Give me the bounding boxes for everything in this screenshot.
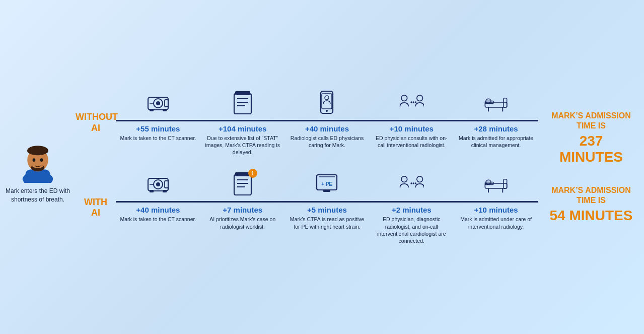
step-time: +104 minutes bbox=[204, 124, 280, 133]
two-rows: WITHOUTAI bbox=[76, 90, 538, 244]
consult-icon-1 bbox=[396, 90, 426, 117]
step-time: +7 minutes bbox=[204, 206, 280, 214]
step-desc: ED physician consults with on-call inter… bbox=[374, 135, 450, 149]
svg-rect-20 bbox=[235, 91, 250, 95]
step-2-1: +40 minutes Mark is taken to the CT scan… bbox=[120, 206, 196, 244]
without-ai-row: WITHOUTAI bbox=[76, 90, 538, 156]
avatar-label: Mark enters the ED with shortness of bre… bbox=[5, 187, 70, 204]
step-desc: Mark is admitted under care of intervent… bbox=[458, 216, 534, 230]
without-ai-admission-label: MARK’S ADMISSION TIME IS bbox=[546, 111, 636, 131]
svg-point-6 bbox=[33, 159, 36, 162]
step-desc: ED physician, diagnostic radiologist, an… bbox=[374, 216, 450, 244]
without-ai-timeline: +55 minutes Mark is taken to the CT scan… bbox=[116, 90, 538, 156]
svg-point-29 bbox=[417, 95, 423, 101]
step-1-3: +40 minutes Radiologist calls ED physici… bbox=[289, 124, 365, 156]
step-2-5: +10 minutes Mark is admitted under care … bbox=[458, 206, 534, 244]
with-ai-admission-time: 54 MINUTES bbox=[546, 208, 636, 224]
with-ai-timeline: 1 + PE bbox=[116, 171, 538, 244]
step-time: +10 minutes bbox=[458, 206, 534, 214]
step-2-4: +2 minutes ED physician, diagnostic radi… bbox=[374, 206, 450, 244]
svg-point-23 bbox=[326, 110, 328, 112]
step-desc: AI prioritizes Mark’s case on radiologis… bbox=[204, 216, 280, 230]
svg-point-54 bbox=[413, 183, 414, 184]
without-ai-admission-time: 237 MINUTES bbox=[546, 133, 636, 165]
svg-rect-16 bbox=[234, 94, 251, 114]
badge-wrap: 1 bbox=[230, 171, 255, 198]
without-ai-admission: MARK’S ADMISSION TIME IS 237 MINUTES bbox=[546, 111, 636, 165]
step-time: +40 minutes bbox=[120, 206, 196, 214]
svg-point-24 bbox=[325, 96, 329, 100]
without-ai-label: WITHOUTAI bbox=[76, 112, 116, 133]
svg-point-38 bbox=[156, 182, 160, 186]
svg-point-9 bbox=[32, 163, 44, 168]
svg-point-28 bbox=[415, 101, 416, 103]
svg-rect-14 bbox=[150, 109, 154, 111]
svg-rect-41 bbox=[163, 190, 167, 192]
with-ai-icons: 1 + PE bbox=[116, 171, 538, 201]
svg-point-56 bbox=[417, 176, 423, 182]
svg-point-55 bbox=[415, 183, 416, 184]
svg-point-27 bbox=[413, 101, 414, 103]
step-desc: Radiologist calls ED physicians caring f… bbox=[289, 135, 365, 149]
svg-rect-15 bbox=[163, 109, 167, 111]
svg-text:+ PE: + PE bbox=[322, 181, 333, 187]
pe-screen-icon-2: + PE bbox=[312, 171, 342, 198]
step-1-5: +28 minutes Mark is admitted for appropr… bbox=[458, 124, 534, 156]
ct-scanner-icon-2 bbox=[143, 171, 173, 198]
ai-badge: 1 bbox=[248, 169, 257, 178]
with-ai-label: WITHAI bbox=[76, 197, 116, 219]
left-panel: Mark enters the ED with shortness of bre… bbox=[5, 140, 70, 204]
step-desc: Mark is taken to the CT scanner. bbox=[120, 216, 196, 223]
svg-rect-1 bbox=[25, 170, 50, 183]
step-1-4: +10 minutes ED physician consults with o… bbox=[374, 124, 450, 156]
hospital-bed-icon-2 bbox=[481, 171, 511, 198]
svg-point-12 bbox=[156, 101, 160, 105]
svg-rect-42 bbox=[234, 175, 251, 195]
step-time: +40 minutes bbox=[289, 124, 365, 133]
step-desc: Due to extensive list of “STAT” images, … bbox=[204, 135, 280, 156]
svg-point-26 bbox=[411, 101, 412, 103]
svg-rect-40 bbox=[150, 190, 154, 192]
mark-avatar bbox=[18, 140, 58, 183]
svg-point-25 bbox=[401, 95, 407, 101]
with-ai-steps: +40 minutes Mark is taken to the CT scan… bbox=[116, 203, 538, 244]
step-1-1: +55 minutes Mark is taken to the CT scan… bbox=[120, 124, 196, 156]
step-desc: Mark is admitted for appropriate clinica… bbox=[458, 135, 534, 149]
step-desc: Mark is taken to the CT scanner. bbox=[120, 135, 196, 142]
step-desc: Mark’s CTPA is read as positive for PE w… bbox=[289, 216, 365, 230]
step-time: +2 minutes bbox=[374, 206, 450, 214]
with-ai-admission: MARK’S ADMISSION TIME IS 54 MINUTES bbox=[546, 185, 636, 224]
right-panel: MARK’S ADMISSION TIME IS 237 MINUTES MAR… bbox=[543, 10, 639, 324]
step-time: +10 minutes bbox=[374, 124, 450, 133]
consult-icon-2 bbox=[396, 171, 426, 198]
svg-rect-51 bbox=[323, 190, 330, 192]
step-2-2: +7 minutes AI prioritizes Mark’s case on… bbox=[204, 206, 280, 244]
svg-point-53 bbox=[411, 183, 412, 184]
with-ai-admission-label: MARK’S ADMISSION TIME IS bbox=[546, 185, 636, 206]
center-panel: WITHOUTAI bbox=[70, 90, 543, 244]
step-time: +5 minutes bbox=[289, 206, 365, 214]
step-time: +55 minutes bbox=[120, 124, 196, 133]
without-ai-icons bbox=[116, 90, 538, 120]
main-container: Mark enters the ED with shortness of bre… bbox=[0, 0, 644, 334]
step-1-2: +104 minutes Due to extensive list of “S… bbox=[204, 124, 280, 156]
worklist-badge-icon-2: 1 bbox=[228, 171, 258, 198]
svg-point-7 bbox=[40, 159, 43, 162]
ct-scanner-icon-1 bbox=[143, 90, 173, 117]
svg-rect-5 bbox=[27, 149, 48, 153]
with-ai-row: WITHAI bbox=[76, 171, 538, 244]
step-2-3: +5 minutes Mark’s CTPA is read as positi… bbox=[289, 206, 365, 244]
phone-icon-1 bbox=[312, 90, 342, 117]
step-time: +28 minutes bbox=[458, 124, 534, 133]
svg-point-52 bbox=[401, 176, 407, 182]
without-ai-steps: +55 minutes Mark is taken to the CT scan… bbox=[116, 121, 538, 156]
worklist-plain-icon-1 bbox=[228, 90, 258, 117]
hospital-bed-icon-1 bbox=[481, 90, 511, 117]
